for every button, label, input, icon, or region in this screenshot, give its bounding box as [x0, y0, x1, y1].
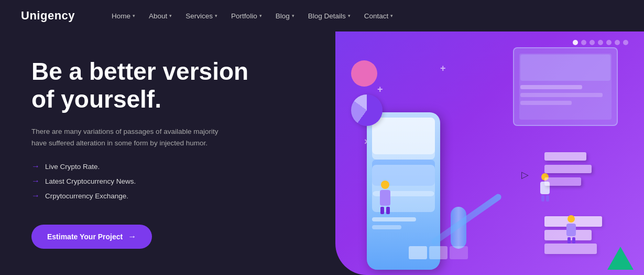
- feature-item-2: → Latest Cryptocurrency News.: [31, 176, 304, 186]
- nav-item-about[interactable]: About ▾: [144, 9, 177, 23]
- hero-heading: Be a better version of yourself.: [31, 58, 304, 113]
- puzzle-piece-3: [450, 246, 468, 259]
- cta-button[interactable]: Estimate Your Project →: [31, 225, 152, 249]
- nav-link-blog-details[interactable]: Blog Details ▾: [303, 9, 356, 23]
- dot-6[interactable]: [615, 40, 620, 45]
- nav-item-home[interactable]: Home ▾: [106, 9, 140, 23]
- puzzle-piece-2: [429, 246, 447, 259]
- cta-arrow-icon: →: [128, 232, 136, 241]
- beam-decoration: [430, 193, 503, 246]
- person-figure-1: [377, 181, 393, 212]
- nav-item-services[interactable]: Services ▾: [180, 9, 223, 23]
- nav-link-contact[interactable]: Contact ▾: [359, 9, 399, 23]
- nav-link-blog[interactable]: Blog ▾: [270, 9, 300, 23]
- feature-item-1: → Live Crypto Rate.: [31, 162, 304, 171]
- carousel-dots: [573, 40, 628, 45]
- logo-first: Uni: [21, 9, 40, 22]
- hero-content: Be a better version of yourself. There a…: [0, 31, 335, 275]
- navbar: Unigency Home ▾ About ▾ Services ▾ Portf…: [0, 0, 644, 31]
- arrow-icon: →: [31, 162, 40, 171]
- pie-chart: [351, 94, 383, 126]
- nav-link-services[interactable]: Services ▾: [180, 9, 223, 23]
- monitor-illustration: [513, 47, 618, 126]
- chevron-down-icon: ▾: [292, 13, 294, 18]
- hero-section: Be a better version of yourself. There a…: [0, 31, 644, 275]
- decorative-circle: [351, 60, 377, 87]
- logo[interactable]: Unigency: [21, 9, 75, 23]
- puzzle-pieces: [409, 246, 468, 259]
- feature-list: → Live Crypto Rate. → Latest Cryptocurre…: [31, 162, 304, 206]
- plus-icon: +: [440, 63, 446, 74]
- nav-item-blog-details[interactable]: Blog Details ▾: [303, 9, 356, 23]
- chevron-down-icon: ▾: [259, 13, 262, 18]
- chevron-down-icon: ▾: [215, 13, 217, 18]
- logo-second: gency: [40, 9, 75, 22]
- dot-3[interactable]: [590, 40, 595, 45]
- nav-link-home[interactable]: Home ▾: [106, 9, 140, 23]
- chevron-down-icon: ▾: [169, 13, 172, 18]
- chevron-down-icon: ▾: [348, 13, 351, 18]
- dot-7[interactable]: [623, 40, 628, 45]
- person-figure-3: [566, 215, 576, 244]
- feature-item-3: → Crpytocurrency Exchange.: [31, 191, 304, 200]
- triangle-decoration: [607, 247, 634, 270]
- step-platforms: [544, 152, 592, 186]
- arrow-icon: →: [31, 176, 40, 186]
- hero-description: There are many variations of passages of…: [31, 126, 231, 150]
- hero-illustration: + + ×: [335, 31, 644, 275]
- dot-5[interactable]: [606, 40, 612, 45]
- dot-1[interactable]: [573, 40, 578, 45]
- nav-item-contact[interactable]: Contact ▾: [359, 9, 399, 23]
- card-item-3: [544, 244, 597, 254]
- plus-icon: +: [377, 84, 383, 95]
- nav-item-blog[interactable]: Blog ▾: [270, 9, 300, 23]
- nav-links: Home ▾ About ▾ Services ▾ Portfolio ▾ Bl: [106, 9, 398, 23]
- cursor-icon: ▷: [521, 169, 529, 181]
- nav-link-about[interactable]: About ▾: [144, 9, 177, 23]
- arrow-icon: →: [31, 191, 40, 200]
- nav-item-portfolio[interactable]: Portfolio ▾: [226, 9, 267, 23]
- chevron-down-icon: ▾: [133, 13, 135, 18]
- chevron-down-icon: ▾: [390, 13, 393, 18]
- puzzle-piece-1: [409, 246, 427, 259]
- nav-link-portfolio[interactable]: Portfolio ▾: [226, 9, 267, 23]
- dot-4[interactable]: [598, 40, 603, 45]
- cta-label: Estimate Your Project: [47, 232, 123, 241]
- dot-2[interactable]: [581, 40, 586, 45]
